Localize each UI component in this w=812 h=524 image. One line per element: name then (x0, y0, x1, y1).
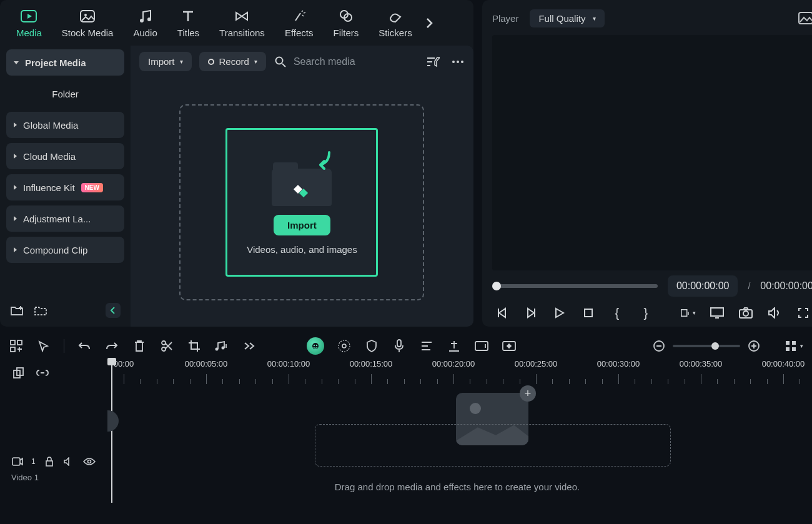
zoom-slider[interactable] (673, 345, 740, 347)
undo-icon[interactable] (77, 339, 92, 353)
tab-filters[interactable]: Filters (328, 4, 364, 42)
ai-tools-icon[interactable] (307, 337, 324, 355)
track-handle[interactable] (107, 410, 119, 432)
stock-icon (79, 7, 96, 25)
sidebar-item-global-media[interactable]: Global Media (6, 112, 124, 138)
layout-icon[interactable]: ▾ (681, 305, 696, 320)
dropzone-subtext: Videos, audio, and images (247, 244, 357, 255)
timeline-ruler[interactable]: 00:0000:00:05:0000:00:10:0000:00:15:0000… (111, 359, 803, 387)
mark-out-icon[interactable]: } (638, 305, 653, 320)
tab-stickers[interactable]: Stickers (374, 4, 417, 42)
ruler-label: 00:00:05:00 (185, 359, 228, 368)
render-icon[interactable] (474, 339, 489, 353)
new-folder-icon[interactable] (10, 304, 24, 317)
visibility-icon[interactable] (83, 455, 96, 468)
time-separator: / (748, 281, 750, 291)
crop-icon[interactable] (187, 339, 202, 353)
dropzone[interactable]: Import Videos, audio, and images (179, 104, 424, 300)
sidebar-collapse-icon[interactable] (106, 303, 121, 318)
tab-label: Transitions (219, 27, 265, 38)
keyframe-icon[interactable] (502, 339, 517, 353)
transitions-icon (233, 7, 250, 25)
svg-point-5 (147, 17, 151, 21)
scrub-track[interactable] (492, 284, 658, 288)
filter-list-icon[interactable] (426, 55, 440, 69)
ruler-label: 00:00:30:00 (597, 359, 640, 368)
app-logo-icon (293, 182, 310, 200)
marker-icon[interactable] (447, 339, 462, 353)
prev-frame-icon[interactable] (495, 305, 510, 320)
camera-icon[interactable] (738, 305, 753, 320)
split-icon[interactable] (159, 339, 174, 353)
next-frame-icon[interactable] (523, 305, 538, 320)
tab-audio[interactable]: Audio (128, 4, 162, 42)
timeline-drop-area[interactable] (315, 424, 671, 467)
tabs-more-icon[interactable] (425, 16, 433, 30)
mute-icon[interactable] (63, 455, 76, 468)
stop-icon[interactable] (581, 305, 596, 320)
zoom-in-icon[interactable] (746, 339, 761, 353)
redo-icon[interactable] (104, 339, 119, 353)
sidebar-item-adjustment-layer[interactable]: Adjustment La... (6, 205, 124, 232)
fullscreen-icon[interactable] (796, 305, 811, 320)
svg-rect-34 (475, 342, 488, 350)
effects-icon (290, 7, 308, 25)
svg-rect-39 (786, 341, 790, 345)
tab-titles[interactable]: Titles (172, 4, 204, 42)
audio-tool-icon[interactable] (214, 339, 229, 353)
caret-right-icon (14, 154, 17, 159)
tab-transitions[interactable]: Transitions (214, 4, 270, 42)
tab-media[interactable]: Media (11, 4, 47, 42)
import-label: Import (148, 56, 175, 67)
toolbar-separator (64, 339, 64, 353)
color-tool-icon[interactable] (337, 339, 352, 353)
search-input[interactable] (294, 56, 418, 67)
link-icon[interactable] (36, 367, 49, 379)
delete-icon[interactable] (132, 339, 147, 353)
track-view-icon[interactable]: ▾ (785, 340, 803, 352)
shield-icon[interactable] (364, 339, 379, 353)
lock-icon[interactable] (43, 455, 56, 468)
sidebar-item-influence-kit[interactable]: Influence Kit NEW (6, 174, 124, 200)
mark-in-icon[interactable]: { (610, 305, 625, 320)
svg-rect-46 (46, 461, 52, 466)
svg-rect-41 (792, 341, 796, 345)
align-icon[interactable] (419, 339, 434, 353)
import-button[interactable]: Import (274, 215, 330, 235)
more-tools-icon[interactable] (242, 339, 257, 353)
media-sidebar: Project Media Folder Global Media Cloud … (0, 46, 131, 327)
track-name: Video 1 (9, 473, 111, 482)
player-viewport[interactable] (492, 35, 812, 270)
volume-icon[interactable] (767, 305, 782, 320)
player-quality-dropdown[interactable]: Full Quality ▾ (530, 9, 605, 27)
tab-stock-media[interactable]: Stock Media (57, 4, 119, 42)
tab-effects[interactable]: Effects (280, 4, 319, 42)
scrub-thumb[interactable] (492, 282, 501, 290)
display-icon[interactable] (710, 305, 725, 320)
video-track-header[interactable]: 1 (9, 453, 111, 470)
chevron-down-icon: ▾ (180, 58, 183, 65)
ruler-label: 00:00:35:00 (680, 359, 723, 368)
sidebar-item-cloud-media[interactable]: Cloud Media (6, 143, 124, 169)
media-panel: Media Stock Media Audio Titles (0, 0, 473, 327)
more-icon[interactable] (451, 55, 465, 69)
sidebar-item-project-media[interactable]: Project Media (6, 49, 124, 76)
tab-label: Stock Media (62, 27, 114, 38)
sidebar-item-compound-clip[interactable]: Compound Clip (6, 237, 124, 263)
import-dropdown[interactable]: Import ▾ (139, 52, 192, 71)
zoom-out-icon[interactable] (651, 339, 666, 353)
mic-icon[interactable] (392, 339, 407, 353)
timeline-tracks[interactable]: 00:0000:00:05:0000:00:10:0000:00:15:0000… (111, 359, 803, 509)
sidebar-item-folder[interactable]: Folder (6, 81, 124, 107)
play-icon[interactable] (552, 305, 567, 320)
add-media-icon[interactable]: + (520, 385, 536, 402)
snapshot-image-icon[interactable] (798, 12, 812, 24)
folder-remove-icon[interactable] (34, 304, 47, 317)
duplicate-icon[interactable] (12, 367, 25, 379)
cursor-tool-icon[interactable] (36, 339, 51, 353)
record-dropdown[interactable]: Record ▾ (199, 52, 266, 71)
select-tool-icon[interactable] (9, 339, 24, 353)
zoom-thumb[interactable] (711, 342, 719, 350)
player-header: Player Full Quality ▾ (492, 6, 812, 30)
record-icon (208, 59, 214, 65)
